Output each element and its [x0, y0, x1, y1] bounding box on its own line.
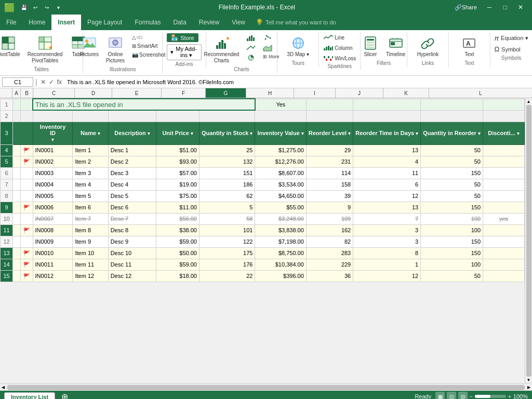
cell-qty[interactable]: 58 [199, 213, 255, 224]
header-reorder-time[interactable]: Reorder Time in Days ▾ [353, 122, 421, 144]
cell-flag-spacer[interactable] [13, 156, 21, 167]
header-quantity-in-stock[interactable]: Quantity in Stock ▾ [199, 122, 255, 144]
cell-qty[interactable]: 62 [199, 190, 255, 202]
col-header-j[interactable]: J [336, 88, 383, 98]
cell-value[interactable]: $55.00 [255, 202, 306, 213]
cell-flag-spacer[interactable] [13, 259, 21, 270]
cell-price[interactable]: $18.00 [156, 270, 200, 282]
cell-value[interactable]: $3,838.00 [255, 224, 306, 236]
cell-disc[interactable] [483, 167, 525, 179]
cell-flag[interactable]: 🚩 [20, 270, 33, 282]
header-discontinued[interactable]: Disconti... ▾ [483, 122, 525, 144]
cell-price[interactable]: $93.00 [156, 156, 200, 167]
cell-h2[interactable] [255, 110, 306, 122]
cell-k1[interactable] [421, 99, 483, 110]
header-flag-col[interactable] [13, 122, 33, 144]
cell-name[interactable]: Item 1 [73, 144, 108, 156]
add-sheet-button[interactable]: ⊕ [59, 391, 70, 399]
row-number[interactable]: 14 [1, 259, 13, 270]
cell-name[interactable]: Item 5 [73, 190, 108, 202]
header-description[interactable]: Description ▾ [108, 122, 156, 144]
row-number[interactable]: 2 [1, 110, 13, 122]
cell-days[interactable]: 3 [353, 224, 421, 236]
cell-value[interactable]: $8,750.00 [255, 247, 306, 259]
cell-qty[interactable]: 25 [199, 144, 255, 156]
zoom-in-button[interactable]: + [508, 394, 511, 400]
cell-desc[interactable]: Desc 10 [108, 247, 156, 259]
cell-reorder[interactable]: 9 [306, 202, 353, 213]
cell-reorder-qty[interactable]: 150 [421, 167, 483, 179]
row-number[interactable]: 15 [1, 270, 13, 282]
cell-reorder[interactable]: 36 [306, 270, 353, 282]
tab-insert[interactable]: Insert [51, 15, 81, 30]
cell-days[interactable]: 3 [353, 236, 421, 247]
cell-desc[interactable]: Desc 3 [108, 167, 156, 179]
col-header-k[interactable]: K [383, 88, 429, 98]
row-number[interactable]: 9 [1, 202, 13, 213]
cell-desc[interactable]: Desc 11 [108, 259, 156, 270]
cell-value[interactable]: $3,248.00 [255, 213, 306, 224]
cell-b2[interactable] [20, 110, 33, 122]
cell-price[interactable]: $56.00 [156, 213, 200, 224]
online-pictures-button[interactable]: OnlinePictures [103, 33, 127, 65]
cell-id[interactable]: IN0004 [33, 179, 73, 190]
cell-disc[interactable] [483, 202, 525, 213]
cell-id[interactable]: IN0003 [33, 167, 73, 179]
cell-d2[interactable] [73, 110, 108, 122]
cell-name[interactable]: Item 2 [73, 156, 108, 167]
col-header-a[interactable]: A [12, 88, 21, 98]
cell-flag-spacer[interactable] [13, 236, 21, 247]
cell-desc[interactable]: Desc 1 [108, 144, 156, 156]
cancel-formula-icon[interactable]: ✕ [39, 78, 47, 86]
line-sparkline-button[interactable]: Line [321, 33, 347, 42]
cell-disc[interactable] [483, 179, 525, 190]
cell-days[interactable]: 12 [353, 190, 421, 202]
row-number[interactable]: 3 [1, 122, 13, 144]
cell-c2[interactable] [33, 110, 73, 122]
header-unit-price[interactable]: Unit Price ▾ [156, 122, 200, 144]
cell-id[interactable]: IN0012 [33, 270, 73, 282]
cell-days[interactable]: 1 [353, 259, 421, 270]
quick-access-more-button[interactable]: ▾ [53, 2, 63, 12]
cell-disc[interactable] [483, 259, 525, 270]
row-number[interactable]: 8 [1, 190, 13, 202]
cell-id[interactable]: IN0010 [33, 247, 73, 259]
cell-value[interactable]: $10,384.00 [255, 259, 306, 270]
cell-flag-spacer[interactable] [13, 202, 21, 213]
cell-flag-spacer[interactable] [13, 247, 21, 259]
confirm-formula-icon[interactable]: ✓ [48, 78, 55, 86]
formula-input[interactable]: This is an .XLS file opened in Microsoft… [65, 79, 530, 85]
row-number[interactable]: 4 [1, 144, 13, 156]
cell-reorder[interactable]: 29 [306, 144, 353, 156]
symbol-button[interactable]: Ω Symbol [491, 44, 523, 54]
horizontal-scrollbar[interactable]: ◀ ▶ [0, 383, 532, 391]
equation-button[interactable]: π Equation ▾ [491, 33, 530, 43]
cell-price[interactable]: $38.00 [156, 224, 200, 236]
cell-disc[interactable]: yes [483, 213, 525, 224]
cell-value[interactable]: $8,607.00 [255, 167, 306, 179]
header-inventory-id[interactable]: InventoryID ▾ [33, 122, 73, 144]
col-header-g[interactable]: G [206, 88, 246, 98]
cell-disc[interactable] [483, 270, 525, 282]
cell-reorder-qty[interactable]: 50 [421, 179, 483, 190]
cell-reorder-qty[interactable]: 150 [421, 202, 483, 213]
cell-reorder-qty[interactable]: 50 [421, 156, 483, 167]
cell-price[interactable]: $11.00 [156, 202, 200, 213]
cell-id[interactable]: IN0007 [33, 213, 73, 224]
cell-name[interactable]: Item 8 [73, 224, 108, 236]
sheet-tab-inventory-list[interactable]: Inventory List [4, 392, 55, 400]
cell-disc[interactable] [483, 224, 525, 236]
cell-days[interactable]: 11 [353, 167, 421, 179]
cell-price[interactable]: $75.00 [156, 190, 200, 202]
cell-a1[interactable] [13, 99, 21, 110]
header-quantity-in-reorder[interactable]: Quantity in Reorder ▾ [421, 122, 483, 144]
save-button[interactable]: 💾 [19, 2, 29, 12]
cell-f2[interactable] [156, 110, 200, 122]
cell-flag[interactable] [20, 190, 33, 202]
zoom-out-button[interactable]: − [470, 394, 473, 400]
cell-reorder-qty[interactable]: 150 [421, 247, 483, 259]
page-break-view-button[interactable]: ⊟ [458, 392, 468, 399]
cell-desc[interactable]: Desc 7 [108, 213, 156, 224]
cell-name[interactable]: Item 4 [73, 179, 108, 190]
cell-desc[interactable]: Desc 2 [108, 156, 156, 167]
